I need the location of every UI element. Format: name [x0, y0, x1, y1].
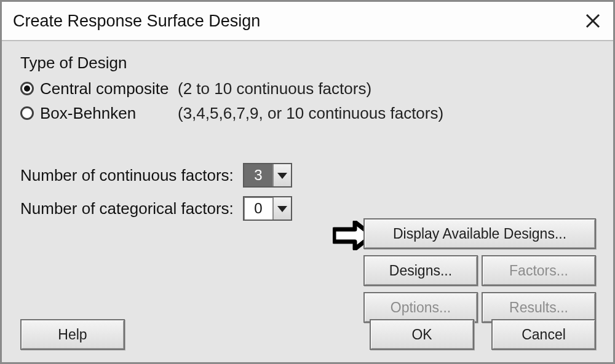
radio-icon — [20, 82, 34, 95]
factors-button: Factors... — [482, 255, 596, 286]
chevron-down-icon — [277, 205, 287, 212]
radio-label: Central composite — [40, 76, 178, 101]
close-icon — [585, 13, 601, 29]
continuous-factors-combo[interactable]: 3 — [243, 163, 292, 188]
options-button: Options... — [363, 292, 478, 323]
factors-area: Number of continuous factors: 3 Number o… — [20, 159, 595, 225]
radio-icon — [20, 106, 34, 120]
type-of-design-label: Type of Design — [20, 53, 595, 73]
titlebar: Create Response Surface Design — [2, 2, 613, 41]
svg-marker-2 — [277, 173, 287, 179]
continuous-factors-row: Number of continuous factors: 3 — [20, 159, 595, 192]
design-buttons: Display Available Designs... Designs... … — [363, 218, 596, 323]
cancel-button[interactable]: Cancel — [491, 319, 596, 350]
continuous-factors-value: 3 — [244, 164, 272, 186]
radio-box-behnken[interactable]: Box-Behnken (3,4,5,6,7,9, or 10 continuo… — [20, 101, 595, 125]
radio-hint: (3,4,5,6,7,9, or 10 continuous factors) — [178, 101, 443, 125]
dialog: Create Response Surface Design Type of D… — [0, 0, 615, 364]
chevron-down-icon — [277, 172, 287, 179]
continuous-factors-label: Number of continuous factors: — [20, 166, 243, 185]
dropdown-button[interactable] — [272, 164, 291, 186]
dialog-title: Create Response Surface Design — [13, 12, 260, 31]
bottom-right-buttons: OK Cancel — [370, 319, 596, 350]
ok-button[interactable]: OK — [370, 319, 474, 350]
svg-marker-3 — [277, 206, 287, 212]
dialog-body: Type of Design Central composite (2 to 1… — [2, 41, 613, 362]
bottom-bar: Help OK Cancel — [20, 319, 596, 350]
categorical-factors-value: 0 — [244, 197, 272, 220]
designs-button[interactable]: Designs... — [363, 255, 478, 286]
radio-label: Box-Behnken — [40, 101, 178, 125]
close-button[interactable] — [585, 13, 601, 29]
categorical-factors-label: Number of categorical factors: — [20, 199, 243, 218]
dropdown-button[interactable] — [272, 197, 291, 220]
results-button: Results... — [482, 292, 596, 323]
display-available-designs-button[interactable]: Display Available Designs... — [363, 218, 596, 249]
radio-central-composite[interactable]: Central composite (2 to 10 continuous fa… — [20, 76, 595, 101]
categorical-factors-combo[interactable]: 0 — [243, 196, 292, 221]
help-button[interactable]: Help — [20, 319, 125, 350]
radio-hint: (2 to 10 continuous factors) — [178, 76, 371, 101]
